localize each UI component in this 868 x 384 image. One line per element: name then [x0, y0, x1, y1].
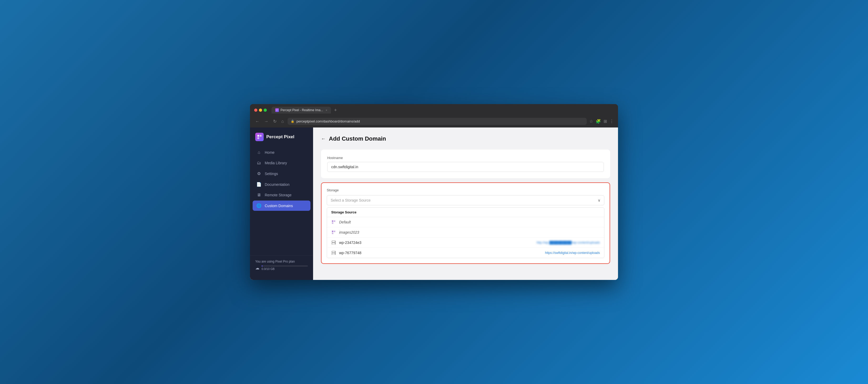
storage-option-default[interactable]: Default	[327, 217, 604, 227]
globe-icon: 🌐	[256, 203, 261, 208]
traffic-lights	[254, 108, 267, 112]
sidebar-logo: Percept Pixel	[250, 133, 313, 148]
storage-info: 0.0/10 GB	[261, 265, 308, 270]
browser-titlebar: P Percept Pixel - Realtime Ima... × +	[250, 104, 618, 116]
sidebar-item-label: Home	[265, 150, 274, 155]
tab-favicon: P	[275, 108, 279, 112]
sidebar-item-label: Documentation	[265, 183, 289, 187]
storage-option-images2023[interactable]: images2023	[327, 227, 604, 237]
tab-title: Percept Pixel - Realtime Ima...	[280, 108, 323, 112]
storage-source-select[interactable]: Select a Storage Source ∨	[327, 195, 604, 205]
sidebar-item-settings[interactable]: ⚙ Settings	[253, 168, 310, 179]
svg-rect-6	[332, 231, 334, 232]
sidebar-item-documentation[interactable]: 📄 Documentation	[253, 179, 310, 190]
browser-actions: ☆ 🧩 ⊞ ⋮	[589, 119, 614, 124]
browser-window: P Percept Pixel - Realtime Ima... × + ← …	[250, 104, 618, 280]
sidebar-nav: ⌂ Home 🗂 Media Library ⚙ Settings 📄 Docu…	[250, 148, 313, 255]
url-text: perceptpixel.com/dashboard/domains/add	[297, 119, 360, 123]
sidebar-toggle-icon[interactable]: ⊞	[603, 119, 607, 124]
storage-option-wp2[interactable]: wp-76779748 https://swftdigital.in/wp-co…	[327, 248, 604, 258]
refresh-button[interactable]: ↻	[272, 118, 278, 125]
storage-option-wp2-label: wp-76779748	[339, 251, 542, 255]
page-header: ← Add Custom Domain	[321, 135, 610, 142]
traffic-light-close[interactable]	[254, 108, 257, 112]
back-button[interactable]: ←	[321, 136, 326, 142]
sidebar-item-custom-domains[interactable]: 🌐 Custom Domains	[253, 200, 310, 211]
logo-icon	[255, 133, 264, 141]
svg-rect-3	[332, 221, 334, 222]
app-container: Percept Pixel ⌂ Home 🗂 Media Library ⚙ S…	[250, 127, 618, 280]
storage-section-label: Storage	[327, 188, 604, 192]
sidebar-footer: You are using Pixel Pro plan ☁ 0.0/10 GB	[250, 255, 313, 275]
home-button[interactable]: ⌂	[280, 118, 285, 125]
logo-text: Percept Pixel	[266, 134, 294, 139]
tab-close-button[interactable]: ×	[326, 109, 327, 112]
storage-bar-container: ☁ 0.0/10 GB	[255, 265, 308, 270]
sidebar-item-label: Settings	[265, 172, 278, 176]
traffic-light-maximize[interactable]	[264, 108, 267, 112]
svg-point-10	[335, 242, 335, 242]
storage-bar-fill	[261, 265, 262, 266]
svg-point-14	[335, 252, 335, 252]
sidebar-item-label: Remote Storage	[265, 193, 291, 197]
pixel-icon	[331, 220, 336, 224]
back-button[interactable]: ←	[254, 118, 260, 125]
server-icon: 🖥	[256, 193, 261, 197]
svg-point-16	[335, 254, 335, 254]
sidebar: Percept Pixel ⌂ Home 🗂 Media Library ⚙ S…	[250, 127, 313, 280]
page-title: Add Custom Domain	[329, 135, 386, 142]
server-icon-wp2	[331, 251, 336, 255]
bookmark-icon[interactable]: ☆	[589, 119, 593, 124]
plan-label: You are using Pixel Pro plan	[255, 260, 308, 263]
server-icon-wp1	[331, 240, 336, 245]
storage-section: Storage Select a Storage Source ∨ Storag…	[321, 183, 610, 264]
chevron-down-icon: ∨	[598, 198, 600, 202]
storage-option-wp1-label: wp-234724e3	[339, 241, 533, 245]
hostname-label: Hostname	[327, 156, 604, 160]
svg-rect-4	[334, 221, 335, 222]
doc-icon: 📄	[256, 182, 261, 187]
address-bar-row: ← → ↻ ⌂ 🔒 perceptpixel.com/dashboard/dom…	[250, 116, 618, 127]
svg-rect-1	[260, 135, 261, 137]
new-tab-button[interactable]: +	[333, 107, 339, 113]
address-bar[interactable]: 🔒 perceptpixel.com/dashboard/domains/add	[287, 118, 587, 125]
dropdown-header: Storage Source	[327, 207, 604, 217]
storage-bar	[261, 265, 308, 266]
home-icon: ⌂	[256, 150, 261, 155]
svg-rect-0	[257, 135, 259, 137]
upload-icon: ☁	[255, 265, 259, 270]
extensions-icon[interactable]: 🧩	[596, 119, 601, 124]
sidebar-item-label: Media Library	[265, 161, 287, 165]
hostname-section: Hostname	[321, 150, 610, 178]
storage-select-placeholder: Select a Storage Source	[331, 198, 371, 202]
menu-icon[interactable]: ⋮	[610, 119, 614, 124]
svg-point-12	[335, 244, 335, 244]
svg-rect-8	[332, 233, 334, 234]
forward-button[interactable]: →	[263, 118, 270, 125]
storage-option-images2023-label: images2023	[339, 230, 600, 234]
folder-icon: 🗂	[256, 161, 261, 165]
storage-option-wp1[interactable]: wp-234724e3 http://wp.██████████/wp-cont…	[327, 237, 604, 248]
storage-option-wp2-url: https://swftdigital.in/wp-content/upload…	[545, 251, 600, 255]
storage-text: 0.0/10 GB	[261, 267, 308, 270]
gear-icon: ⚙	[256, 171, 261, 176]
sidebar-item-remote-storage[interactable]: 🖥 Remote Storage	[253, 190, 310, 200]
storage-option-default-label: Default	[339, 220, 600, 224]
pixel-icon-2	[331, 230, 336, 235]
svg-rect-7	[334, 231, 335, 232]
svg-rect-2	[257, 137, 259, 139]
tab-bar: P Percept Pixel - Realtime Ima... × +	[272, 107, 614, 114]
storage-option-wp1-url: http://wp.██████████/wp-content/uploads	[536, 241, 600, 245]
sidebar-item-label: Custom Domains	[265, 204, 293, 208]
logo-brand: Percept	[266, 134, 283, 139]
lock-icon: 🔒	[291, 120, 294, 123]
storage-dropdown: Storage Source Default	[327, 207, 604, 258]
sidebar-item-media-library[interactable]: 🗂 Media Library	[253, 158, 310, 168]
logo-product: Pixel	[283, 134, 294, 139]
hostname-input[interactable]	[327, 162, 604, 172]
sidebar-item-home[interactable]: ⌂ Home	[253, 148, 310, 157]
active-tab[interactable]: P Percept Pixel - Realtime Ima... ×	[272, 107, 331, 114]
traffic-light-minimize[interactable]	[259, 108, 262, 112]
svg-rect-5	[332, 222, 334, 224]
main-content: ← Add Custom Domain Hostname Storage Sel…	[313, 127, 618, 280]
